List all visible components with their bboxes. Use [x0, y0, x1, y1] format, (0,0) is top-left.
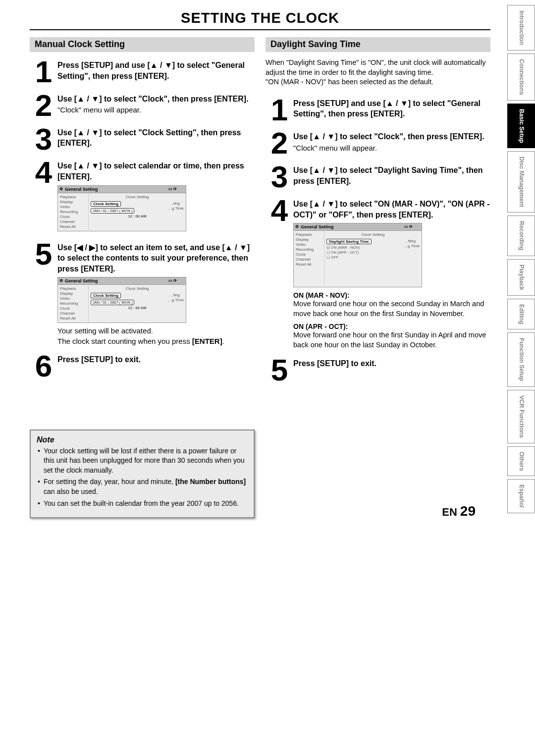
- tab-recording[interactable]: Recording: [507, 216, 535, 256]
- side-tabs: Introduction Connections Basic Setup Dis…: [507, 5, 535, 513]
- page-footer: EN29: [442, 503, 476, 519]
- left-step-6: 6 Press [SETUP] to exit.: [30, 352, 255, 380]
- ui-screenshot-clock-setting: General Setting▭ ⟳ Playback Display Vide…: [57, 185, 186, 231]
- heading-dst: Daylight Saving Time: [266, 37, 490, 52]
- step-number: 1: [266, 96, 293, 124]
- tab-disc-management[interactable]: Disc Management: [507, 151, 535, 213]
- left-step-3: 3 Use [▲ / ▼] to select "Clock Setting",…: [30, 125, 255, 153]
- step-number: 1: [30, 58, 57, 86]
- col-dst: Daylight Saving Time When "Daylight Savi…: [266, 37, 490, 518]
- note-item: For setting the day, year, hour and minu…: [38, 477, 248, 496]
- ui-screenshot-clock-setting-2: General Setting▭ ⟳ Playback Display Vide…: [57, 277, 186, 323]
- step-subtext: "Clock" menu will appear.: [293, 143, 490, 153]
- heading-manual-clock: Manual Clock Setting: [30, 37, 255, 52]
- tab-basic-setup[interactable]: Basic Setup: [507, 104, 535, 149]
- step-number: 4: [266, 197, 293, 224]
- step-instruction: Press [SETUP] to exit.: [57, 354, 255, 365]
- right-step-2: 2 Use [▲ / ▼] to select "Clock", then pr…: [266, 129, 490, 157]
- left-step-1: 1 Press [SETUP] and use [▲ / ▼] to selec…: [30, 58, 255, 86]
- ui-screenshot-dst: General Setting▭ ⟳ Playback Display Vide…: [293, 223, 422, 287]
- dst-option-head: ON (MAR - NOV):: [293, 291, 490, 299]
- title-rule: [30, 29, 490, 30]
- step-instruction: Press [SETUP] and use [▲ / ▼] to select …: [57, 60, 255, 81]
- right-step-1: 1 Press [SETUP] and use [▲ / ▼] to selec…: [266, 96, 490, 124]
- step-instruction: Use [▲ / ▼] to select "ON (MAR - NOV)", …: [293, 199, 490, 220]
- step-instruction: Use [◀ / ▶] to select an item to set, an…: [57, 242, 255, 274]
- step-subtext: "Clock" menu will appear.: [57, 105, 255, 115]
- step-number: 2: [30, 92, 57, 119]
- tab-espanol[interactable]: Español: [507, 479, 535, 513]
- dst-option-text: Move forward one hour on the first Sunda…: [293, 330, 490, 350]
- step-instruction: Use [▲ / ▼] to select "Clock", then pres…: [293, 131, 490, 142]
- dst-intro: When "Daylight Saving Time" is "ON", the…: [266, 58, 490, 87]
- step-instruction: Press [SETUP] and use [▲ / ▼] to select …: [293, 98, 490, 119]
- step-number: 2: [266, 129, 293, 157]
- page-title: SETTING THE CLOCK: [30, 10, 490, 26]
- left-step-4: 4 Use [▲ / ▼] to select calendar or time…: [30, 159, 255, 234]
- step-subtext: Your setting will be activated.The clock…: [57, 326, 255, 346]
- left-step-5: 5 Use [◀ / ▶] to select an item to set, …: [30, 240, 255, 346]
- tab-function-setup[interactable]: Function Setup: [507, 332, 535, 386]
- step-instruction: Press [SETUP] to exit.: [293, 358, 490, 369]
- note-item: You can set the built-in calendar from t…: [38, 499, 248, 509]
- tab-editing[interactable]: Editing: [507, 299, 535, 330]
- left-step-2: 2 Use [▲ / ▼] to select "Clock", then pr…: [30, 92, 255, 119]
- step-instruction: Use [▲ / ▼] to select "Clock Setting", t…: [57, 127, 255, 149]
- step-number: 4: [30, 159, 57, 186]
- tab-others[interactable]: Others: [507, 446, 535, 477]
- step-instruction: Use [▲ / ▼] to select "Clock", then pres…: [57, 94, 255, 105]
- step-instruction: Use [▲ / ▼] to select calendar or time, …: [57, 161, 255, 182]
- step-number: 5: [30, 240, 57, 268]
- dst-option-text: Move forward one hour on the second Sund…: [293, 299, 490, 319]
- dst-option-head: ON (APR - OCT):: [293, 323, 490, 330]
- right-step-4: 4 Use [▲ / ▼] to select "ON (MAR - NOV)"…: [266, 197, 490, 350]
- note-item: Your clock setting will be lost if eithe…: [38, 446, 248, 476]
- col-manual-clock: Manual Clock Setting 1 Press [SETUP] and…: [30, 37, 255, 518]
- tab-introduction[interactable]: Introduction: [507, 5, 535, 51]
- step-number: 3: [30, 125, 57, 153]
- step-instruction: Use [▲ / ▼] to select "Daylight Saving T…: [293, 165, 490, 186]
- tab-playback[interactable]: Playback: [507, 259, 535, 296]
- note-title: Note: [37, 435, 248, 444]
- tab-connections[interactable]: Connections: [507, 54, 535, 101]
- right-step-3: 3 Use [▲ / ▼] to select "Daylight Saving…: [266, 163, 490, 191]
- right-step-5: 5 Press [SETUP] to exit.: [266, 356, 490, 384]
- tab-vcr-functions[interactable]: VCR Functions: [507, 390, 535, 443]
- step-number: 5: [266, 356, 293, 384]
- step-number: 3: [266, 163, 293, 191]
- note-box: Note Your clock setting will be lost if …: [30, 430, 255, 519]
- step-number: 6: [30, 352, 57, 380]
